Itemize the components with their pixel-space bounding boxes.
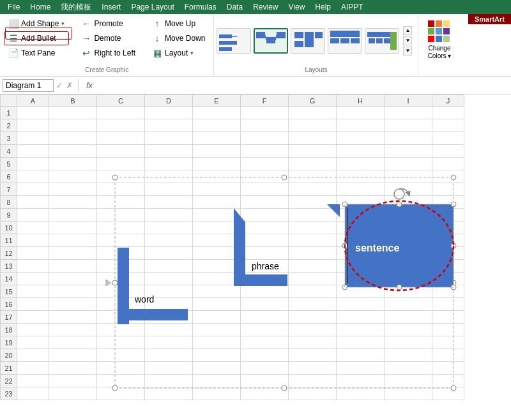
cell-D8[interactable]	[145, 196, 193, 209]
cell-E12[interactable]	[193, 247, 241, 260]
cell-D22[interactable]	[145, 375, 193, 387]
cell-F18[interactable]	[241, 324, 289, 336]
row-header-14[interactable]: 14	[1, 273, 17, 285]
layout-scroll-down[interactable]: ▼	[403, 36, 412, 45]
cell-B19[interactable]	[49, 336, 97, 349]
cell-C16[interactable]	[97, 298, 145, 311]
cell-F15[interactable]	[241, 285, 289, 298]
cell-E17[interactable]	[193, 311, 241, 324]
cell-A10[interactable]	[17, 221, 49, 234]
cell-B17[interactable]	[49, 311, 97, 324]
cell-G7[interactable]	[289, 183, 337, 196]
cell-J19[interactable]	[432, 336, 464, 349]
layout-dropdown-icon[interactable]: ▾	[190, 50, 194, 56]
cell-F3[interactable]	[241, 132, 289, 145]
cell-J13[interactable]	[432, 260, 464, 273]
cell-F4[interactable]	[241, 145, 289, 158]
cell-B3[interactable]	[49, 132, 97, 145]
cell-J10[interactable]	[432, 221, 464, 234]
cell-I21[interactable]	[385, 362, 432, 375]
cell-F8[interactable]	[241, 196, 289, 209]
col-header-j[interactable]: J	[432, 95, 464, 107]
row-header-13[interactable]: 13	[1, 260, 17, 273]
cell-B23[interactable]	[49, 387, 97, 400]
cell-F23[interactable]	[241, 387, 289, 400]
cell-F7[interactable]	[241, 183, 289, 196]
cell-E10[interactable]	[193, 221, 241, 234]
cell-H8[interactable]	[337, 196, 385, 209]
cell-F20[interactable]	[241, 349, 289, 362]
check-mark-icon[interactable]: ✓	[55, 81, 64, 90]
cell-E4[interactable]	[193, 145, 241, 158]
cell-J7[interactable]	[432, 183, 464, 196]
cell-G1[interactable]	[289, 107, 337, 119]
col-header-d[interactable]: D	[145, 95, 193, 107]
menu-page-layout[interactable]: Page Layout	[126, 1, 179, 13]
cell-C12[interactable]	[97, 247, 145, 260]
cell-D12[interactable]	[145, 247, 193, 260]
cell-D20[interactable]	[145, 349, 193, 362]
cell-G4[interactable]	[289, 145, 337, 158]
cell-E16[interactable]	[193, 298, 241, 311]
cell-G18[interactable]	[289, 324, 337, 336]
cell-H1[interactable]	[337, 107, 385, 119]
cell-G22[interactable]	[289, 375, 337, 387]
cell-C13[interactable]	[97, 260, 145, 273]
row-header-5[interactable]: 5	[1, 158, 17, 170]
cell-A19[interactable]	[17, 336, 49, 349]
cell-G19[interactable]	[289, 336, 337, 349]
cell-H16[interactable]	[337, 298, 385, 311]
menu-review[interactable]: Review	[248, 1, 283, 13]
layout-scroll-more[interactable]: ▼	[403, 47, 412, 56]
cell-B9[interactable]	[49, 209, 97, 221]
cell-H14[interactable]	[337, 273, 385, 285]
cell-D15[interactable]	[145, 285, 193, 298]
cell-J2[interactable]	[432, 119, 464, 132]
cell-A7[interactable]	[17, 183, 49, 196]
cell-A11[interactable]	[17, 234, 49, 247]
cell-A16[interactable]	[17, 298, 49, 311]
cell-I1[interactable]	[385, 107, 432, 119]
cell-C15[interactable]	[97, 285, 145, 298]
cell-E19[interactable]	[193, 336, 241, 349]
cell-H19[interactable]	[337, 336, 385, 349]
layout-thumb-3[interactable]	[291, 28, 325, 54]
cell-A21[interactable]	[17, 362, 49, 375]
cell-B18[interactable]	[49, 324, 97, 336]
cell-F14[interactable]	[241, 273, 289, 285]
cell-H18[interactable]	[337, 324, 385, 336]
cell-D18[interactable]	[145, 324, 193, 336]
cell-J12[interactable]	[432, 247, 464, 260]
row-header-17[interactable]: 17	[1, 311, 17, 324]
cell-H17[interactable]	[337, 311, 385, 324]
cell-I4[interactable]	[385, 145, 432, 158]
menu-home[interactable]: Home	[25, 1, 56, 13]
add-bullet-button[interactable]: ☰ Add Bullet	[4, 31, 69, 45]
cell-F10[interactable]	[241, 221, 289, 234]
cell-D10[interactable]	[145, 221, 193, 234]
cell-I2[interactable]	[385, 119, 432, 132]
col-header-g[interactable]: G	[289, 95, 337, 107]
cell-E2[interactable]	[193, 119, 241, 132]
cell-A5[interactable]	[17, 158, 49, 170]
cell-H23[interactable]	[337, 387, 385, 400]
cell-C10[interactable]	[97, 221, 145, 234]
cell-I22[interactable]	[385, 375, 432, 387]
cell-E20[interactable]	[193, 349, 241, 362]
cell-F1[interactable]	[241, 107, 289, 119]
col-header-a[interactable]: A	[17, 95, 49, 107]
cell-F16[interactable]	[241, 298, 289, 311]
cell-G14[interactable]	[289, 273, 337, 285]
cell-D14[interactable]	[145, 273, 193, 285]
cell-H3[interactable]	[337, 132, 385, 145]
menu-view[interactable]: View	[284, 1, 310, 13]
cell-I16[interactable]	[385, 298, 432, 311]
cell-A2[interactable]	[17, 119, 49, 132]
cell-E8[interactable]	[193, 196, 241, 209]
cell-J22[interactable]	[432, 375, 464, 387]
row-header-22[interactable]: 22	[1, 375, 17, 387]
cell-B2[interactable]	[49, 119, 97, 132]
cell-D16[interactable]	[145, 298, 193, 311]
cell-E22[interactable]	[193, 375, 241, 387]
cell-B21[interactable]	[49, 362, 97, 375]
